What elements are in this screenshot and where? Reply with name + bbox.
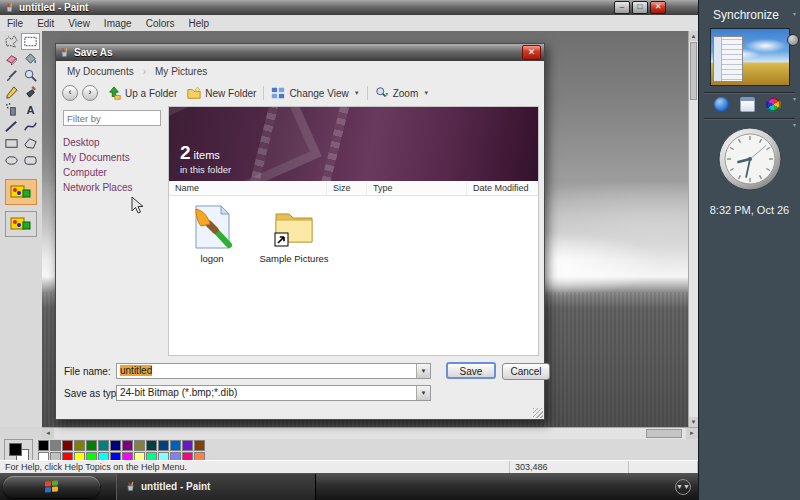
place-my-documents[interactable]: My Documents bbox=[63, 150, 165, 165]
horizontal-scrollbar[interactable]: ◄ ► bbox=[42, 427, 698, 439]
palette-color[interactable] bbox=[158, 440, 169, 451]
tool-rectangle[interactable] bbox=[2, 135, 21, 152]
column-header-row: NameSizeTypeDate Modified bbox=[169, 181, 538, 196]
column-type[interactable]: Type bbox=[367, 182, 467, 195]
save-as-type-combo[interactable]: 24-bit Bitmap (*.bmp;*.dib) ▼ bbox=[116, 385, 431, 401]
place-desktop[interactable]: Desktop bbox=[63, 135, 165, 150]
section-collapse-icon[interactable]: ▾ bbox=[793, 121, 796, 128]
close-icon[interactable]: ✕ bbox=[650, 1, 666, 14]
tool-select[interactable] bbox=[21, 33, 40, 50]
tool-polygon[interactable] bbox=[21, 135, 40, 152]
tool-pick-color[interactable] bbox=[2, 67, 21, 84]
column-name[interactable]: Name bbox=[169, 182, 327, 195]
browser-icon[interactable] bbox=[714, 97, 729, 112]
dialog-titlebar[interactable]: Save As ✕ bbox=[56, 44, 544, 61]
column-size[interactable]: Size bbox=[327, 182, 367, 195]
palette-color[interactable] bbox=[74, 440, 85, 451]
scroll-down-icon[interactable]: ▼ bbox=[689, 417, 698, 427]
save-button[interactable]: Save bbox=[446, 362, 496, 379]
palette-color[interactable] bbox=[146, 440, 157, 451]
back-icon[interactable]: ‹ bbox=[62, 85, 78, 101]
menu-file[interactable]: File bbox=[0, 16, 30, 31]
taskbar-chevron-icon[interactable]: ▼▼ bbox=[675, 479, 691, 495]
file-item-sample-pictures[interactable]: Sample Pictures bbox=[257, 204, 331, 264]
file-name-value[interactable]: untitled bbox=[120, 365, 152, 376]
sidebar-title: Synchronize bbox=[713, 8, 779, 22]
color-wheel-icon[interactable] bbox=[766, 97, 781, 112]
palette-color[interactable] bbox=[122, 440, 133, 451]
forward-icon[interactable]: › bbox=[82, 85, 98, 101]
file-name-label: File name: bbox=[64, 366, 111, 377]
paint-titlebar[interactable]: untitled - Paint – □ ✕ bbox=[0, 0, 698, 15]
file-name-combo[interactable]: untitled ▼ bbox=[116, 363, 431, 379]
menu-image[interactable]: Image bbox=[97, 16, 139, 31]
taskbar-item-paint[interactable]: untitled - Paint bbox=[116, 474, 316, 500]
sidebar-round-button[interactable] bbox=[787, 34, 799, 46]
toolbar-button-change-view[interactable]: Change View▼ bbox=[266, 84, 364, 102]
palette-color[interactable] bbox=[98, 440, 109, 451]
cancel-button[interactable]: Cancel bbox=[502, 363, 550, 380]
palette-button-2[interactable] bbox=[5, 211, 37, 237]
scroll-left-icon[interactable]: ◄ bbox=[42, 428, 54, 439]
tool-free-form-select[interactable] bbox=[2, 33, 21, 50]
minimize-icon[interactable]: – bbox=[614, 1, 630, 14]
tool-curve[interactable] bbox=[21, 118, 40, 135]
tool-pencil[interactable] bbox=[2, 84, 21, 101]
file-item-logon[interactable]: logon bbox=[175, 204, 249, 264]
tool-magnifier[interactable] bbox=[21, 67, 40, 84]
palette-color[interactable] bbox=[194, 440, 205, 451]
polygon-icon bbox=[23, 136, 38, 151]
tool-brush[interactable] bbox=[21, 84, 40, 101]
scroll-up-icon[interactable]: ▲ bbox=[689, 31, 698, 41]
horizontal-scroll-thumb[interactable] bbox=[646, 429, 682, 438]
filter-input[interactable] bbox=[63, 110, 161, 126]
window-icon[interactable] bbox=[740, 97, 755, 112]
toolbar-button-new-folder[interactable]: New Folder bbox=[182, 84, 261, 102]
palette-color[interactable] bbox=[110, 440, 121, 451]
toolbar-button-up-a-folder[interactable]: Up a Folder bbox=[102, 84, 182, 102]
menu-help[interactable]: Help bbox=[182, 16, 217, 31]
column-date-modified[interactable]: Date Modified bbox=[467, 182, 538, 195]
palette-color[interactable] bbox=[134, 440, 145, 451]
save-as-type-value[interactable]: 24-bit Bitmap (*.bmp;*.dib) bbox=[117, 386, 416, 399]
menu-bar: FileEditViewImageColorsHelp bbox=[0, 15, 698, 32]
vertical-scrollbar[interactable]: ▲ ▼ bbox=[688, 31, 698, 427]
palette-color[interactable] bbox=[86, 440, 97, 451]
file-label: logon bbox=[175, 253, 249, 264]
menu-edit[interactable]: Edit bbox=[30, 16, 61, 31]
chevron-down-icon[interactable]: ▼ bbox=[416, 364, 430, 378]
tool-text[interactable]: A bbox=[21, 101, 40, 118]
scroll-right-icon[interactable]: ► bbox=[686, 428, 698, 439]
place-computer[interactable]: Computer bbox=[63, 165, 165, 180]
chevron-down-icon[interactable]: ▼ bbox=[423, 90, 429, 96]
tool-rounded-rectangle[interactable] bbox=[21, 152, 40, 169]
chevron-down-icon[interactable]: ▼ bbox=[354, 90, 360, 96]
resize-grip[interactable] bbox=[533, 408, 543, 418]
palette-color[interactable] bbox=[182, 440, 193, 451]
palette-color[interactable] bbox=[50, 440, 61, 451]
breadcrumb-my-pictures[interactable]: My Pictures bbox=[155, 66, 207, 77]
place-network-places[interactable]: Network Places bbox=[63, 180, 165, 195]
palette-color[interactable] bbox=[170, 440, 181, 451]
tool-eraser[interactable] bbox=[2, 50, 21, 67]
menu-view[interactable]: View bbox=[61, 16, 97, 31]
tool-airbrush[interactable] bbox=[2, 101, 21, 118]
toolbar-button-zoom[interactable]: Zoom▼ bbox=[370, 84, 435, 102]
chevron-down-icon[interactable]: ▼ bbox=[416, 386, 430, 400]
tool-ellipse[interactable] bbox=[2, 152, 21, 169]
desktop-preview-thumbnail[interactable] bbox=[710, 28, 790, 86]
tool-line[interactable] bbox=[2, 118, 21, 135]
section-collapse-icon[interactable]: ▾ bbox=[793, 95, 796, 102]
menu-colors[interactable]: Colors bbox=[139, 16, 182, 31]
breadcrumb-my-documents[interactable]: My Documents bbox=[67, 66, 134, 77]
vertical-scroll-thumb[interactable] bbox=[690, 42, 697, 100]
palette-color[interactable] bbox=[38, 440, 49, 451]
restore-icon[interactable]: □ bbox=[632, 1, 648, 14]
free-form-select-icon bbox=[4, 34, 19, 49]
palette-button-1[interactable] bbox=[5, 179, 37, 205]
dialog-close-icon[interactable]: ✕ bbox=[522, 45, 541, 60]
start-button[interactable] bbox=[3, 476, 100, 498]
palette-color[interactable] bbox=[62, 440, 73, 451]
section-collapse-icon[interactable]: ▾ bbox=[793, 10, 796, 17]
tool-fill-with-color[interactable] bbox=[21, 50, 40, 67]
